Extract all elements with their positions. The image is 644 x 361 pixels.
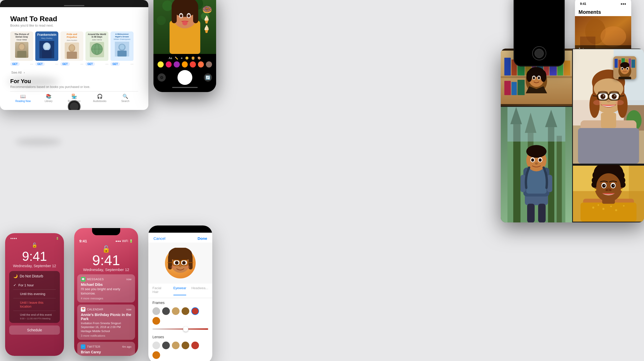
see-all-link[interactable]: See All › [10, 70, 138, 74]
lock-status-bar: ●●●● 🔋 [5, 233, 64, 240]
more-btn-3[interactable]: ··· [80, 62, 83, 66]
filter-yellow[interactable] [158, 61, 164, 67]
svg-point-75 [541, 71, 546, 82]
tab-reading-now[interactable]: 📖 Reading Now [10, 94, 36, 103]
camera-flip-btn[interactable]: 🔄 [204, 73, 212, 82]
frame-color-gold[interactable] [172, 307, 180, 315]
lens-color-gold[interactable] [172, 342, 180, 349]
filter-emoji[interactable]: 😊 [185, 57, 189, 60]
memoji-done-btn[interactable]: Done [198, 236, 207, 241]
lock-icon: 🔓 [5, 242, 64, 248]
notif-messages-card[interactable]: 💬 MESSAGES now Michael Dibs I'll see you… [77, 274, 135, 302]
filter-text[interactable]: Aa [169, 57, 172, 60]
frame-color-silver[interactable] [152, 307, 160, 315]
notif-twitter-card[interactable]: 🐦 TWITTER 4m ago Brian Carey [77, 342, 135, 356]
filter-red[interactable] [190, 61, 196, 67]
filter-shape[interactable]: ■ [181, 57, 183, 60]
dnd-option-leave[interactable]: Until I leave this location [13, 298, 56, 311]
frame-color-dark[interactable] [162, 307, 170, 315]
lens-color-clear[interactable] [152, 342, 160, 349]
camera-settings-btn[interactable]: ⚙ [158, 73, 166, 82]
audiobooks-icon: 🎧 [97, 94, 103, 99]
get-btn-5[interactable]: GET [110, 62, 120, 66]
notif-calendar-card[interactable]: 📅 CALENDAR now Annie's Birthday Picnic i… [77, 304, 135, 340]
memoji-tab-headwear[interactable]: Headwea... [191, 286, 208, 295]
filter-purple[interactable] [174, 61, 180, 67]
filter-orange[interactable] [182, 61, 188, 67]
filter-coral[interactable] [198, 61, 204, 67]
get-btn-4[interactable]: GET [85, 62, 95, 66]
slider-thumb[interactable] [183, 326, 188, 332]
camera-controls: ⚙ 🔄 [158, 70, 212, 85]
memoji-cancel-btn[interactable]: Cancel [153, 236, 165, 241]
tab-audiobooks[interactable]: 🎧 Audiobooks [87, 94, 113, 103]
svg-rect-171 [615, 59, 618, 68]
dnd-option-evening[interactable]: Until this evening [13, 290, 56, 298]
lens-color-orange[interactable] [152, 351, 160, 359]
filter-pink[interactable] [166, 61, 172, 67]
twitter-notif-title: Brian Carey [81, 350, 131, 354]
book-card-dorian[interactable]: The Picture of Dorian Gray Oscar Wilde G… [10, 31, 33, 67]
book-title-3: Pride andPrejudice [66, 33, 77, 39]
svg-point-96 [531, 159, 534, 162]
home-button[interactable] [532, 46, 546, 60]
get-btn-2[interactable]: GET [35, 62, 45, 66]
calendar-app-name: CALENDAR [87, 308, 103, 311]
lens-color-dark[interactable] [162, 342, 170, 349]
search-icon: 🔍 [123, 94, 128, 99]
photos-status-icons: ●●● [620, 2, 626, 6]
dnd-option-event[interactable]: Until the end of this event [13, 311, 56, 317]
sticker-icecream-2: 🍦 [202, 25, 212, 33]
messages-notif-title: Michael Dibs [81, 283, 131, 287]
notif-big-time: 9:41 [74, 253, 138, 267]
frame-color-orange[interactable] [152, 317, 160, 325]
frame-color-brown[interactable] [182, 307, 189, 315]
book-card-midsummer[interactable]: A Midsummer Night's Dream William Shakes… [110, 31, 134, 67]
svg-rect-57 [504, 58, 511, 76]
book-card-world[interactable]: Around the World in 80 Days Jules Verne … [85, 31, 108, 67]
memoji-tab-facial-hair[interactable]: Facial Hair [152, 286, 168, 295]
filter-draw[interactable]: ✏️ [175, 57, 178, 60]
book-card-frankenstein[interactable]: Frankenstein Mary Shelley GET ··· [35, 31, 58, 67]
iphone-lock-shadow [15, 138, 61, 146]
svg-point-131 [607, 99, 610, 102]
svg-point-79 [538, 77, 540, 79]
tab-search[interactable]: 🔍 Search [113, 94, 138, 103]
memoji-lens-colors [148, 341, 212, 361]
get-btn-3[interactable]: GET [60, 62, 70, 66]
filter-brown[interactable] [206, 61, 212, 67]
more-btn-4[interactable]: ··· [105, 62, 108, 66]
more-btn-5[interactable]: ··· [130, 62, 134, 66]
book-author-3: Jane Austen [66, 39, 77, 41]
memoji-tab-eyewear[interactable]: Eyewear [173, 286, 186, 295]
more-btn-2[interactable]: ··· [55, 62, 58, 66]
dnd-option-1hour[interactable]: ✓ For 1 hour [13, 281, 56, 290]
svg-point-132 [593, 100, 601, 105]
svg-point-30 [180, 14, 182, 17]
memoji-slider[interactable] [152, 328, 208, 330]
moon-icon: 🌙 [13, 274, 18, 278]
book-card-pride[interactable]: Pride andPrejudice Jane Austen GET ··· [60, 31, 83, 67]
book-title-2: Frankenstein [37, 33, 57, 37]
camera-viewfinder: 🍩 🍦 🍦 [153, 0, 216, 54]
camera-shutter-btn[interactable] [177, 70, 192, 85]
lens-color-red[interactable] [191, 342, 199, 349]
book-author-1: Oscar Wilde [17, 39, 27, 41]
lens-color-brown[interactable] [182, 342, 189, 349]
notif-status-icons: ●●● WiFi 🔋 [115, 239, 133, 243]
library-icon: 📚 [46, 94, 51, 99]
more-btn-1[interactable]: ··· [30, 62, 33, 66]
schedule-button[interactable]: Schedule [9, 325, 60, 335]
svg-rect-16 [117, 51, 127, 57]
frame-color-red[interactable] [191, 307, 199, 315]
svg-rect-69 [512, 82, 517, 95]
filter-art[interactable]: 🎨 [197, 57, 201, 60]
iphone-memoji-device: Cancel Done [148, 225, 212, 361]
svg-rect-27 [193, 5, 198, 23]
filter-food[interactable]: 🍔 [191, 57, 195, 60]
tab-library[interactable]: 📚 Library [36, 94, 61, 103]
svg-point-128 [612, 94, 617, 99]
get-btn-1[interactable]: GET [10, 62, 20, 66]
svg-point-74 [526, 71, 532, 82]
iphone-partial-right-device [514, 0, 565, 66]
